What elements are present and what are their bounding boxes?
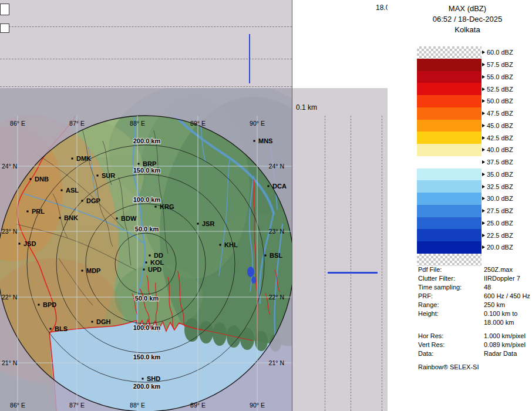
info-label: Hor Res: xyxy=(418,332,484,341)
scale-label: 20.0 dBZ xyxy=(487,244,513,251)
scale-row: 50.0 dBZ xyxy=(417,95,513,107)
echo-column-trace xyxy=(249,34,250,83)
info-row: Pdf File:250Z.max xyxy=(418,265,531,274)
radar-map: 86° E86° E87° E87° E88° E88° E89° E89° E… xyxy=(0,88,292,411)
city-dot xyxy=(116,218,118,220)
city-label: BSL xyxy=(270,252,282,259)
lon-label: 90° E xyxy=(250,120,265,127)
info-label: Time sampling: xyxy=(418,283,484,292)
svg-text:100.0 km: 100.0 km xyxy=(133,324,161,331)
scale-row: 27.5 dBZ xyxy=(417,205,513,217)
scale-row: 35.0 dBZ xyxy=(417,169,513,181)
city-dot xyxy=(268,186,270,187)
city-dot xyxy=(72,158,73,160)
info-label: Data: xyxy=(418,349,484,358)
height-gridline xyxy=(351,116,351,411)
scale-swatch xyxy=(417,132,482,144)
info-label: Range: xyxy=(418,301,484,309)
city-label: JSD xyxy=(23,240,36,247)
scale-swatch xyxy=(417,107,482,120)
city-label: PRL xyxy=(32,208,45,215)
city-dot xyxy=(38,304,40,306)
city-dot xyxy=(146,262,147,264)
scale-swatch xyxy=(417,144,482,156)
lat-label: 23° N xyxy=(269,228,284,235)
lat-label: 24° N xyxy=(269,163,284,170)
scale-row: 45.0 dBZ xyxy=(417,120,513,132)
scale-arrow-icon xyxy=(482,112,485,115)
city-label: DD xyxy=(154,252,163,259)
city-dot xyxy=(197,223,199,225)
city-dot xyxy=(155,206,157,208)
scale-label: 37.5 dBZ xyxy=(487,159,513,166)
city-dot xyxy=(149,255,151,257)
axis-tick-box xyxy=(0,4,9,15)
info-row: Height:0.100 km to xyxy=(418,309,531,318)
scale-label: 25.0 dBZ xyxy=(487,220,513,227)
scale-arrow-icon xyxy=(482,63,485,66)
info-label: PRF: xyxy=(418,292,484,301)
scale-label: 40.0 dBZ xyxy=(487,146,513,153)
scale-arrow-icon xyxy=(482,234,485,237)
info-row: Data:Radar Data xyxy=(418,349,531,358)
city-label: KRG xyxy=(160,203,174,210)
scale-row: 22.5 dBZ xyxy=(417,229,513,241)
scale-label: 27.5 dBZ xyxy=(487,207,513,214)
scale-row: 60.0 dBZ xyxy=(417,46,513,59)
city-label: DNB xyxy=(35,176,49,183)
side-cross-section-panel: 0.1 km xyxy=(292,88,388,411)
scale-row: 57.5 dBZ xyxy=(417,59,513,71)
scale-row: 52.5 dBZ xyxy=(417,83,513,95)
height-gridline xyxy=(0,59,292,59)
scale-arrow-icon xyxy=(482,160,485,164)
scale-swatch xyxy=(417,217,482,230)
scale-label: 50.0 dBZ xyxy=(487,97,513,105)
scale-arrow-icon xyxy=(482,50,485,54)
city-dot xyxy=(50,328,52,330)
scale-swatch xyxy=(417,193,482,205)
scale-row: 30.0 dBZ xyxy=(417,193,513,205)
scale-arrow-icon xyxy=(482,124,485,127)
info-row: 18.000 km xyxy=(418,318,531,327)
info-value: 0.089 km/pixel xyxy=(484,341,526,349)
city-dot xyxy=(30,178,32,180)
scale-label: 52.5 dBZ xyxy=(487,86,513,93)
scale-swatch xyxy=(417,229,482,241)
scale-swatch xyxy=(417,254,482,266)
city-label: SUR xyxy=(102,172,115,179)
scale-label: 55.0 dBZ xyxy=(487,73,513,80)
info-label: Clutter Filter: xyxy=(418,274,484,283)
lon-label: 89° E xyxy=(190,402,206,409)
info-row: Range:250 km xyxy=(418,301,531,309)
dbz-scale: 60.0 dBZ57.5 dBZ55.0 dBZ52.5 dBZ50.0 dBZ… xyxy=(417,46,513,266)
scale-label: 47.5 dBZ xyxy=(487,110,513,117)
city-label: BNK xyxy=(64,214,78,221)
city-label: BRP xyxy=(143,160,156,167)
scale-arrow-icon xyxy=(482,99,485,103)
city-dot xyxy=(59,217,61,219)
city-label: DGH xyxy=(96,318,111,325)
scale-arrow-icon xyxy=(482,197,485,200)
scale-swatch xyxy=(417,46,482,59)
lon-label: 88° E xyxy=(130,402,145,409)
city-dot xyxy=(220,244,221,246)
info-value: 18.000 km xyxy=(484,318,514,327)
scale-swatch xyxy=(417,95,482,107)
city-dot xyxy=(142,378,144,380)
legend-titles: MAX (dBZ) 06:52 / 18-Dec-2025 Kolkata xyxy=(388,4,532,35)
city-dot xyxy=(61,190,63,191)
height-gridline xyxy=(0,86,292,87)
scale-label: 35.0 dBZ xyxy=(487,171,513,178)
info-label: Pdf File: xyxy=(418,265,484,274)
scale-label: 60.0 dBZ xyxy=(487,49,513,56)
scale-swatch xyxy=(417,241,482,254)
city-label: JSR xyxy=(202,220,214,227)
lat-label: 21° N xyxy=(269,359,284,366)
city-dot xyxy=(82,200,83,202)
svg-text:150.0 km: 150.0 km xyxy=(133,353,161,361)
height-gridline xyxy=(325,116,325,411)
scale-label: 45.0 dBZ xyxy=(487,122,513,129)
height-gridline xyxy=(382,116,382,411)
lat-label: 22° N xyxy=(269,294,284,301)
scale-swatch xyxy=(417,71,482,83)
